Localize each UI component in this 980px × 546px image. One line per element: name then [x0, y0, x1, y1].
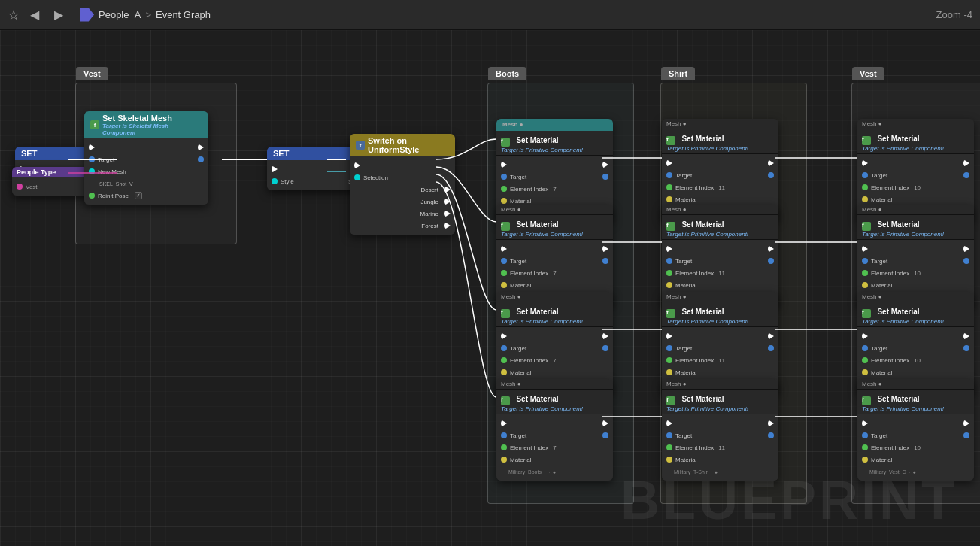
blueprint-icon	[80, 8, 94, 22]
reinit-pin	[89, 193, 95, 199]
target-pin-skel	[89, 156, 95, 162]
shirt-set-material-2[interactable]: Mesh ● f Set Material Target is Primitiv…	[662, 205, 778, 306]
back-button[interactable]: ◀	[26, 6, 44, 23]
exec-in-skel	[89, 144, 95, 151]
switch-uniform-node[interactable]: f Switch on UniformStyle Selection Deser…	[350, 134, 455, 235]
shirt-group-label: Shirt	[661, 67, 695, 80]
boots-set-material-2[interactable]: Mesh ● f Set Material Target is Primitiv…	[496, 205, 613, 306]
shirt-set-material-3[interactable]: Mesh ● f Set Material Target is Primitiv…	[662, 292, 778, 393]
boots-set-material-3[interactable]: Mesh ● f Set Material Target is Primitiv…	[496, 292, 613, 393]
boots-group-label: Boots	[488, 67, 526, 80]
graph-name[interactable]: Event Graph	[156, 9, 211, 20]
forward-button[interactable]: ▶	[50, 6, 68, 23]
switch-exec-in	[354, 162, 360, 169]
skeletal-mesh-header: f Set Skeletal Mesh Target is Skeletal M…	[84, 111, 208, 138]
style-pin-in	[272, 178, 278, 184]
vest-group-label-left: Vest	[76, 67, 108, 80]
switch-body: Selection Desert Jungle Marine Forest	[350, 156, 455, 235]
vest2-set-material-3[interactable]: Mesh ● f Set Material Target is Primitiv…	[857, 292, 974, 393]
boots-set-material-4[interactable]: Mesh ● f Set Material Target is Primitiv…	[496, 379, 613, 481]
zoom-label: Zoom -4	[936, 9, 972, 20]
breadcrumb: People_A > Event Graph	[80, 8, 211, 22]
shirt-mat4-body: Target Element Index 11 Material Militar…	[662, 414, 778, 481]
exec-in-set2	[272, 165, 278, 173]
selection-pin	[354, 174, 360, 180]
boots-mat1-header: Mesh ●	[496, 119, 613, 131]
switch-func-icon: f	[356, 141, 365, 150]
blueprint-name[interactable]: People_A	[99, 9, 141, 20]
set-skeletal-mesh-node[interactable]: f Set Skeletal Mesh Target is Skeletal M…	[84, 111, 208, 205]
func-icon: f	[90, 120, 99, 129]
people-type-pin	[17, 184, 23, 190]
new-mesh-pin	[89, 168, 95, 174]
switch-header: f Switch on UniformStyle	[350, 134, 455, 156]
top-bar: ☆ ◀ ▶ People_A > Event Graph Zoom -4	[0, 0, 980, 30]
vest2-mat4-body: Target Element Index 10 Material Militar…	[857, 414, 974, 481]
star-icon[interactable]: ☆	[8, 7, 20, 23]
vest-group-label-right: Vest	[852, 67, 884, 80]
vest2-set-material-4[interactable]: Mesh ● f Set Material Target is Primitiv…	[857, 379, 974, 481]
vest2-set-material-2[interactable]: Mesh ● f Set Material Target is Primitiv…	[857, 205, 974, 306]
shirt-set-material-4[interactable]: Mesh ● f Set Material Target is Primitiv…	[662, 379, 778, 481]
skeletal-mesh-body: Target New Mesh SKEL_Shot_V → Reinit Pos…	[84, 138, 208, 205]
boots-mat4-body: Target Element Index 7 Material Military…	[496, 414, 613, 481]
